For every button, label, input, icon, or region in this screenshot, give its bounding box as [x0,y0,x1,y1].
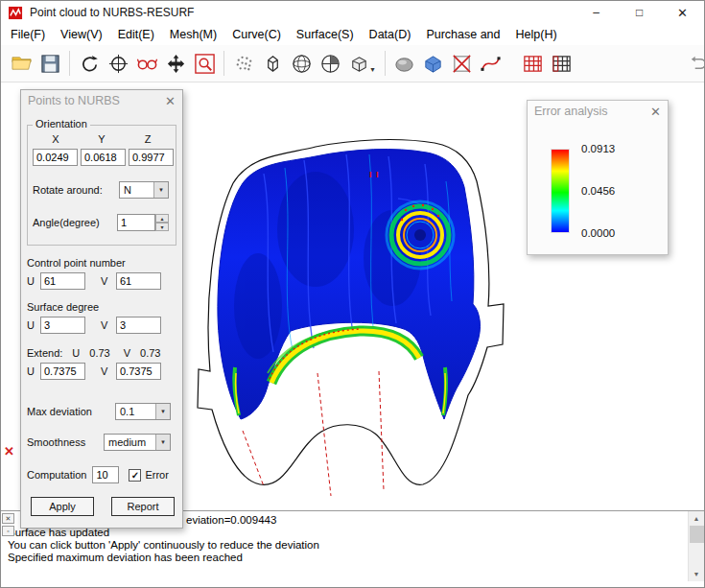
log-scrollbar[interactable]: ▲ ▼ [688,511,704,581]
wireframe-cube-icon [262,53,284,75]
toolbar-separator [223,51,224,76]
max-deviation-dropdown-icon[interactable]: ▼ [155,404,170,419]
shaded-sphere-icon [291,53,313,75]
points-to-nurbs-dialog: Points to NURBS ✕ Orientation X Y Z Rota… [20,89,183,529]
extend-u-readout: 0.73 [89,347,109,359]
quadrant-sphere-icon [319,53,341,75]
smoothness-dropdown-icon[interactable]: ▼ [155,435,170,450]
y-axis-label: Y [79,133,125,145]
computation-label: Computation [27,469,86,481]
angle-field[interactable] [117,214,155,231]
log-close-button[interactable]: ✕ [2,513,14,524]
dock-close-icon[interactable]: ✕ [4,444,14,459]
menu-help[interactable]: Help(H) [508,28,565,41]
scroll-down-button[interactable]: ▼ [689,567,704,581]
maximize-button[interactable]: □ [618,1,661,24]
y-value-field[interactable] [81,149,126,166]
window-controls: – □ ✕ [575,1,704,24]
menu-view[interactable]: View(V) [53,28,110,41]
points-dialog-close-icon[interactable]: ✕ [165,95,176,107]
zoom-window-icon [194,53,216,75]
apply-button[interactable]: Apply [31,497,94,516]
zoom-window-button[interactable] [190,49,219,78]
control-points-v-field[interactable] [116,272,161,290]
menu-mesh[interactable]: Mesh(M) [162,28,224,41]
surface-box-button[interactable] [344,49,373,78]
minimize-button[interactable]: – [575,1,618,24]
error-dialog-titlebar[interactable]: Error analysis ✕ [528,101,668,122]
extend-v-field[interactable] [116,363,161,380]
mesh-gray-button[interactable] [390,49,419,78]
viewport-annotation: I I [369,170,380,179]
max-deviation-select[interactable]: 0.1 ▼ [115,403,171,420]
error-dialog-close-icon[interactable]: ✕ [650,106,661,118]
orbit-view-icon [107,53,129,75]
error-min-value: 0.0000 [581,227,615,239]
surface-degree-label: Surface degree [27,301,176,313]
grid-dark-button[interactable] [548,49,576,78]
spin-up-icon[interactable]: ▴ [155,214,169,223]
grid-red-icon [522,53,544,75]
scroll-thumb[interactable] [690,526,704,543]
toolbar: ▼ [1,45,704,82]
z-axis-label: Z [125,133,171,145]
smoothness-select[interactable]: medium ▼ [104,434,171,451]
shaded-sphere-button[interactable] [287,49,316,78]
points-dialog-titlebar[interactable]: Points to NURBS ✕ [21,90,182,111]
point-cloud-button[interactable] [229,49,258,78]
density-patches [234,172,421,359]
log-line: You can click button 'Apply' continuousl… [8,539,681,552]
curve-fit-button[interactable] [477,49,505,78]
clipped-tool-button[interactable] [685,49,704,78]
menu-curve[interactable]: Curve(C) [224,28,289,41]
menu-file[interactable]: File(F) [3,28,53,41]
pan-icon [165,53,187,75]
solid-blue-button[interactable] [419,49,448,78]
degree-u-field[interactable] [40,317,85,334]
display-dropdown-icon[interactable]: ▼ [369,66,376,73]
guide-lines [243,371,384,496]
rotate-dropdown-icon[interactable]: ▼ [153,182,168,198]
extend-u-label: U [72,347,80,359]
menu-bar: File(F) View(V) Edit(E) Mesh(M) Curve(C)… [1,24,704,45]
open-file-button[interactable] [7,49,35,78]
view-all-icon [136,53,158,75]
curve-fit-icon [480,53,502,75]
rotate-around-select[interactable]: N ▼ [119,181,169,199]
scroll-up-button[interactable]: ▲ [689,511,704,526]
error-checkbox[interactable]: ✓ [129,469,141,482]
extend-u-field[interactable] [40,363,85,380]
save-button[interactable] [35,49,64,78]
toolbar-separator [69,51,70,76]
degree-v-field[interactable] [116,317,161,334]
delete-surface-button[interactable] [448,49,477,78]
angle-label: Angle(degree) [33,217,100,228]
report-button[interactable]: Report [111,497,175,516]
grid-red-button[interactable] [519,49,548,78]
point-cloud-icon [233,53,255,75]
menu-edit[interactable]: Edit(E) [110,28,162,41]
menu-surface[interactable]: Surface(S) [289,28,362,41]
wireframe-cube-button[interactable] [258,49,287,78]
quadrant-sphere-button[interactable] [316,49,344,78]
view-all-button[interactable] [132,49,161,78]
angle-spinner[interactable]: ▴ ▾ [155,214,169,231]
menu-purchase[interactable]: Purchase and [418,28,507,41]
rotate-view-button[interactable] [75,49,104,78]
x-value-field[interactable] [33,149,78,166]
pan-button[interactable] [161,49,190,78]
menu-data[interactable]: Data(D) [362,28,419,41]
rotate-around-value: N [120,182,153,198]
log-line: eviation=0.009443 [186,514,681,527]
close-button[interactable]: ✕ [661,1,704,24]
deviation-eye-feature [387,201,454,269]
titlebar[interactable]: Point cloud to NURBS-RESURF – □ ✕ [1,1,704,24]
control-points-u-field[interactable] [40,272,85,290]
computation-field[interactable] [92,466,119,483]
spin-down-icon[interactable]: ▾ [155,223,169,231]
log-pin-button[interactable]: ▫ [2,526,14,536]
z-value-field[interactable] [129,149,174,166]
orbit-view-button[interactable] [104,49,132,78]
app-icon [9,6,23,20]
max-deviation-label: Max deviation [27,406,92,417]
